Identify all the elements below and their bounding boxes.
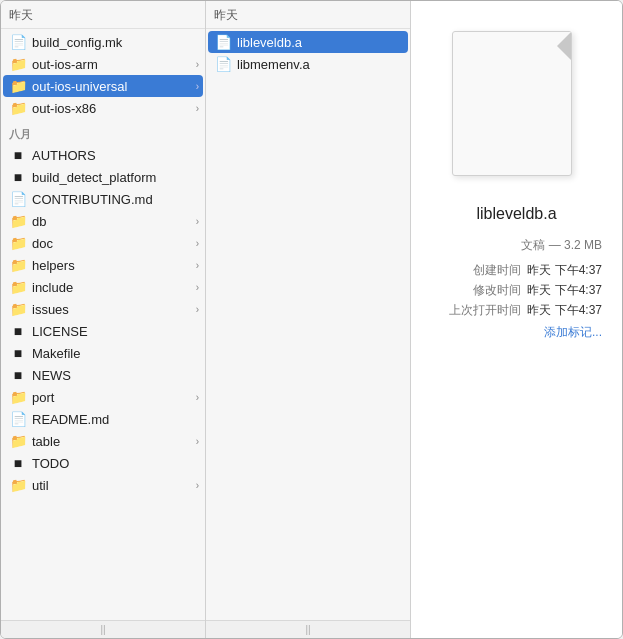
file-page-corner-fold [543,32,571,60]
preview-meta: 创建时间 昨天 下午4:37 修改时间 昨天 下午4:37 上次打开时间 昨天 … [411,262,622,322]
middle-column: 昨天 📄libleveldb.a📄libmemenv.a || [206,1,411,638]
folder-icon: 📁 [9,388,27,406]
left-column: 昨天 📄build_config.mk📁out-ios-arm›📁out-ios… [1,1,206,638]
left-col-list: 📄build_config.mk📁out-ios-arm›📁out-ios-un… [1,29,205,620]
opened-value: 昨天 下午4:37 [527,302,602,319]
opened-label: 上次打开时间 [449,302,521,319]
modified-value: 昨天 下午4:37 [527,282,602,299]
item-label: CONTRIBUTING.md [32,192,199,207]
folder-icon: 📁 [9,256,27,274]
file-icon: 📄 [9,33,27,51]
chevron-icon: › [196,282,199,293]
chevron-icon: › [196,238,199,249]
item-label: include [32,280,194,295]
item-label: table [32,434,194,449]
right-column-preview: libleveldb.a 文稿 — 3.2 MB 创建时间 昨天 下午4:37 … [411,1,622,638]
item-label: helpers [32,258,194,273]
blackfile-icon: ■ [9,168,27,186]
item-label: build_detect_platform [32,170,199,185]
list-item[interactable]: 📄build_config.mk [3,31,203,53]
list-item[interactable]: 📄libmemenv.a [208,53,408,75]
list-item[interactable]: 📁util› [3,474,203,496]
created-label: 创建时间 [473,262,521,279]
list-item[interactable]: 📄CONTRIBUTING.md [3,188,203,210]
list-item[interactable]: 📁helpers› [3,254,203,276]
file-preview-icon [452,31,582,181]
folder-icon: 📁 [9,432,27,450]
chevron-icon: › [196,81,199,92]
created-value: 昨天 下午4:37 [527,262,602,279]
item-label: LICENSE [32,324,199,339]
item-label: AUTHORS [32,148,199,163]
folder-icon: 📁 [9,476,27,494]
chevron-icon: › [196,216,199,227]
list-item[interactable]: 📄libleveldb.a [208,31,408,53]
folder-icon: 📁 [9,55,27,73]
list-item[interactable]: 📁doc› [3,232,203,254]
group-header-august: 八月 [1,119,205,144]
chevron-icon: › [196,480,199,491]
chevron-icon: › [196,103,199,114]
finder-window: 昨天 📄build_config.mk📁out-ios-arm›📁out-ios… [0,0,623,639]
chevron-icon: › [196,392,199,403]
mid-col-bottom: || [206,620,410,638]
item-label: out-ios-universal [32,79,194,94]
folder-icon: 📁 [9,77,27,95]
item-label: README.md [32,412,199,427]
list-item[interactable]: 📄README.md [3,408,203,430]
file-icon: 📄 [9,410,27,428]
item-label: Makefile [32,346,199,361]
blackfile-icon: ■ [9,322,27,340]
blackfile-icon: ■ [9,366,27,384]
left-col-header: 昨天 [1,1,205,29]
blackfile-icon: ■ [9,344,27,362]
mid-col-list: 📄libleveldb.a📄libmemenv.a [206,29,410,620]
list-item[interactable]: 📁include› [3,276,203,298]
item-label: db [32,214,194,229]
list-item[interactable]: ■TODO [3,452,203,474]
preview-size: 文稿 — 3.2 MB [411,237,622,254]
item-label: build_config.mk [32,35,199,50]
list-item[interactable]: 📁out-ios-x86› [3,97,203,119]
blackfile-icon: ■ [9,146,27,164]
chevron-icon: › [196,260,199,271]
list-item[interactable]: ■Makefile [3,342,203,364]
list-item[interactable]: ■AUTHORS [3,144,203,166]
list-item[interactable]: ■NEWS [3,364,203,386]
list-item[interactable]: 📁port› [3,386,203,408]
mid-col-header: 昨天 [206,1,410,29]
item-label: TODO [32,456,199,471]
folder-icon: 📁 [9,300,27,318]
item-label: util [32,478,194,493]
folder-icon: 📁 [9,234,27,252]
modified-label: 修改时间 [473,282,521,299]
chevron-icon: › [196,304,199,315]
list-item[interactable]: 📁table› [3,430,203,452]
opened-row: 上次打开时间 昨天 下午4:37 [411,302,602,319]
left-col-bottom: || [1,620,205,638]
item-label: port [32,390,194,405]
file-icon: 📄 [9,190,27,208]
list-item[interactable]: 📁issues› [3,298,203,320]
item-label: out-ios-x86 [32,101,194,116]
folder-icon: 📁 [9,278,27,296]
list-item[interactable]: 📁out-ios-arm› [3,53,203,75]
list-item[interactable]: ■LICENSE [3,320,203,342]
item-label: libleveldb.a [237,35,404,50]
item-label: issues [32,302,194,317]
add-tag-link[interactable]: 添加标记... [411,324,622,341]
chevron-icon: › [196,436,199,447]
list-item[interactable]: ■build_detect_platform [3,166,203,188]
list-item[interactable]: 📁db› [3,210,203,232]
item-label: doc [32,236,194,251]
blackfile-icon: ■ [9,454,27,472]
list-item[interactable]: 📁out-ios-universal› [3,75,203,97]
folder-icon: 📁 [9,212,27,230]
item-label: libmemenv.a [237,57,404,72]
preview-filename: libleveldb.a [476,205,556,223]
modified-row: 修改时间 昨天 下午4:37 [411,282,602,299]
file-icon: 📄 [214,55,232,73]
folder-icon: 📁 [9,99,27,117]
chevron-icon: › [196,59,199,70]
file-page [452,31,572,176]
